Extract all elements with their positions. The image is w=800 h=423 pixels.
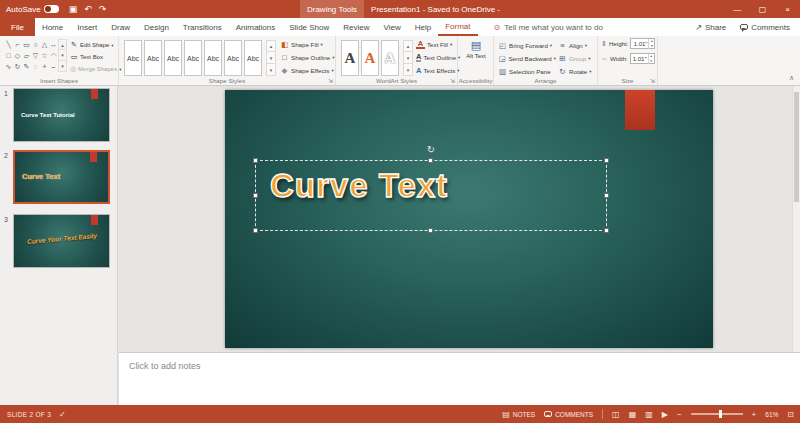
gallery-more-icon[interactable]: ▾ bbox=[58, 61, 67, 72]
minimize-icon[interactable]: — bbox=[725, 0, 750, 18]
shape-icon[interactable]: ↔ bbox=[49, 39, 58, 50]
shape-icon[interactable]: ○ bbox=[31, 39, 40, 50]
text-effects-button[interactable]: A Text Effects ▾ bbox=[416, 64, 458, 77]
alt-text-button[interactable]: ▤ Alt Text bbox=[461, 39, 491, 77]
shape-style-preset[interactable]: Abc bbox=[244, 40, 262, 76]
tab-slide-show[interactable]: Slide Show bbox=[282, 18, 336, 36]
spin-down-icon[interactable]: ▾ bbox=[649, 44, 654, 49]
resize-handle-n[interactable] bbox=[428, 158, 433, 163]
shape-icon[interactable]: ☆ bbox=[40, 50, 49, 61]
resize-handle-w[interactable] bbox=[253, 193, 258, 198]
scroll-up-icon[interactable]: ▴ bbox=[58, 39, 67, 50]
bring-forward-button[interactable]: ◰ Bring Forward ▾ bbox=[498, 39, 556, 52]
shape-effects-button[interactable]: ◆ Shape Effects ▾ bbox=[280, 64, 335, 77]
width-spinner[interactable]: ▴ ▾ bbox=[648, 54, 654, 64]
shape-icon[interactable]: ◇ bbox=[13, 50, 22, 61]
wordart-selection-box[interactable]: ↻ Curve Text bbox=[255, 160, 607, 231]
slide-canvas[interactable]: ↻ Curve Text bbox=[225, 90, 713, 348]
shape-icon[interactable]: ▭ bbox=[22, 39, 31, 50]
scroll-down-icon[interactable]: ▾ bbox=[403, 52, 413, 64]
resize-handle-ne[interactable] bbox=[604, 158, 609, 163]
notes-pane[interactable]: Click to add notes bbox=[119, 352, 800, 405]
shape-outline-button[interactable]: □ Shape Outline ▾ bbox=[280, 51, 335, 64]
zoom-out-icon[interactable]: − bbox=[677, 410, 682, 419]
shape-icon[interactable]: ╲ bbox=[4, 39, 13, 50]
width-input[interactable]: 1.01" ▴ ▾ bbox=[630, 53, 655, 64]
dialog-launcher-icon[interactable]: ⇲ bbox=[650, 77, 655, 84]
shape-icon[interactable]: ∿ bbox=[4, 61, 13, 72]
tab-home[interactable]: Home bbox=[35, 18, 70, 36]
shape-style-preset[interactable]: Abc bbox=[224, 40, 242, 76]
wordart-text[interactable]: Curve Text bbox=[270, 167, 448, 205]
send-backward-button[interactable]: ◲ Send Backward ▾ bbox=[498, 52, 556, 65]
wordart-preset[interactable]: A bbox=[341, 40, 359, 76]
zoom-slider-thumb[interactable] bbox=[719, 410, 722, 418]
resize-handle-sw[interactable] bbox=[253, 228, 258, 233]
shape-icon[interactable]: □ bbox=[4, 50, 13, 61]
maximize-icon[interactable]: ▢ bbox=[750, 0, 775, 18]
dialog-launcher-icon[interactable]: ⇲ bbox=[450, 77, 455, 84]
height-input[interactable]: 1.01" ▴ ▾ bbox=[630, 38, 655, 49]
tell-me-box[interactable]: ⊙ Tell me what you want to do bbox=[494, 23, 603, 32]
tab-file[interactable]: File bbox=[0, 18, 35, 36]
rotate-handle-icon[interactable]: ↻ bbox=[427, 144, 435, 155]
share-button[interactable]: ↗ Share bbox=[695, 23, 726, 32]
vertical-scrollbar[interactable] bbox=[792, 86, 800, 352]
shape-style-preset[interactable]: Abc bbox=[184, 40, 202, 76]
tab-view[interactable]: View bbox=[377, 18, 408, 36]
red-rectangle-shape[interactable] bbox=[625, 90, 655, 130]
shape-icon[interactable]: ✎ bbox=[22, 61, 31, 72]
text-box-button[interactable]: ▭ Text Box bbox=[70, 51, 118, 63]
autosave-toggle[interactable]: AutoSave bbox=[6, 5, 59, 14]
spin-down-icon[interactable]: ▾ bbox=[649, 59, 654, 64]
shape-style-preset[interactable]: Abc bbox=[204, 40, 222, 76]
shape-width-field[interactable]: ⇔ Width: 1.01" ▴ ▾ bbox=[598, 51, 657, 66]
group-button[interactable]: ⊞ Group ▾ bbox=[558, 52, 596, 65]
scroll-up-icon[interactable]: ▴ bbox=[266, 40, 276, 52]
slide-thumbnail-1[interactable]: Curve Text Tutorial bbox=[13, 88, 110, 142]
gallery-more-icon[interactable]: ▾ bbox=[266, 64, 276, 76]
tab-help[interactable]: Help bbox=[408, 18, 438, 36]
align-button[interactable]: ≡ Align ▾ bbox=[558, 39, 596, 52]
tab-transitions[interactable]: Transitions bbox=[176, 18, 229, 36]
merge-shapes-button[interactable]: ◎ Merge Shapes ▾ bbox=[70, 63, 118, 75]
notes-toggle-button[interactable]: ▤ NOTES bbox=[502, 410, 535, 419]
autosave-switch-icon[interactable] bbox=[44, 5, 59, 13]
tab-animations[interactable]: Animations bbox=[229, 18, 283, 36]
shape-icon[interactable]: ▱ bbox=[22, 50, 31, 61]
resize-handle-se[interactable] bbox=[604, 228, 609, 233]
tab-insert[interactable]: Insert bbox=[70, 18, 104, 36]
scroll-up-icon[interactable]: ▴ bbox=[403, 40, 413, 52]
wordart-preset[interactable]: A bbox=[361, 40, 379, 76]
redo-icon[interactable]: ↷ bbox=[99, 4, 107, 14]
slide-editing-area[interactable]: ↻ Curve Text bbox=[119, 86, 800, 352]
shape-icon[interactable]: + bbox=[40, 61, 49, 72]
scrollbar-thumb[interactable] bbox=[794, 92, 799, 202]
zoom-percent[interactable]: 61% bbox=[765, 411, 778, 418]
shape-icon[interactable]: ◠ bbox=[49, 50, 58, 61]
close-icon[interactable]: × bbox=[775, 0, 800, 18]
comments-button[interactable]: Comments bbox=[740, 23, 790, 32]
shape-icon[interactable]: ⌣ bbox=[49, 61, 58, 72]
resize-handle-s[interactable] bbox=[428, 228, 433, 233]
edit-shape-button[interactable]: ✎ Edit Shape ▾ bbox=[70, 39, 118, 51]
undo-icon[interactable]: ↶ bbox=[84, 4, 92, 14]
scroll-down-icon[interactable]: ▾ bbox=[266, 52, 276, 64]
dialog-launcher-icon[interactable]: ⇲ bbox=[328, 77, 333, 84]
collapse-ribbon-icon[interactable]: ∧ bbox=[789, 74, 794, 82]
shape-fill-button[interactable]: ◧ Shape Fill ▾ bbox=[280, 38, 335, 51]
shape-gallery[interactable]: ╲ ⌐ ▭ ○ △ ↔ □ ◇ ▱ ▽ ☆ ◠ ∿ ↻ ✎ ◌ + ⌣ bbox=[4, 39, 58, 72]
wordart-preset[interactable]: A bbox=[381, 40, 399, 76]
text-fill-button[interactable]: A Text Fill ▾ bbox=[416, 38, 458, 51]
shape-icon[interactable]: ↻ bbox=[13, 61, 22, 72]
gallery-more-icon[interactable]: ▾ bbox=[403, 64, 413, 76]
slide-sorter-view-icon[interactable]: ▦ bbox=[629, 410, 637, 419]
shape-icon[interactable]: △ bbox=[40, 39, 49, 50]
shape-style-preset[interactable]: Abc bbox=[164, 40, 182, 76]
notes-placeholder[interactable]: Click to add notes bbox=[129, 361, 800, 371]
scroll-down-icon[interactable]: ▾ bbox=[58, 50, 67, 61]
tab-format-active[interactable]: Format bbox=[438, 18, 477, 36]
tab-review[interactable]: Review bbox=[336, 18, 376, 36]
normal-view-icon[interactable]: ◫ bbox=[612, 410, 620, 419]
shape-height-field[interactable]: ⇕ Height: 1.01" ▴ ▾ bbox=[598, 36, 657, 51]
